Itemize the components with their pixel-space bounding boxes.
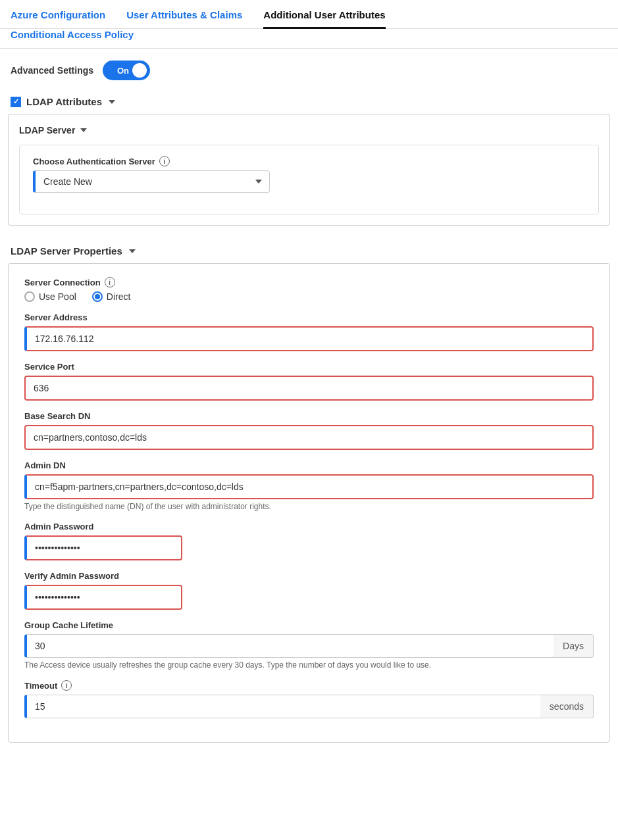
choose-auth-server-info-icon[interactable]: i	[159, 156, 170, 166]
verify-admin-password-group: Verify Admin Password	[24, 571, 594, 610]
admin-password-group: Admin Password	[24, 522, 594, 560]
choose-auth-server-label: Choose Authentication Server i	[33, 156, 585, 166]
server-address-label: Server Address	[24, 312, 594, 322]
service-port-input-wrapper	[24, 376, 594, 401]
ldap-server-properties-header: LDAP Server Properties	[0, 236, 618, 263]
server-connection-group: Server Connection i Use Pool Direct	[24, 277, 594, 302]
radio-direct-label: Direct	[107, 291, 131, 302]
ldap-server-inner-card: Choose Authentication Server i Create Ne…	[19, 145, 599, 214]
admin-dn-input[interactable]	[24, 474, 594, 499]
admin-password-input-wrapper	[24, 535, 594, 560]
group-cache-lifetime-input-wrapper: Days	[24, 634, 594, 658]
toggle-knob	[132, 63, 147, 78]
timeout-label: Timeout i	[24, 680, 594, 691]
choose-auth-server-select[interactable]: Create New	[33, 170, 270, 193]
server-connection-radio-group: Use Pool Direct	[24, 291, 594, 302]
admin-dn-label: Admin DN	[24, 460, 594, 470]
ldap-server-chevron[interactable]	[80, 128, 87, 132]
group-cache-lifetime-hint: The Access device usually refreshes the …	[24, 660, 594, 670]
group-cache-lifetime-input[interactable]	[24, 634, 554, 658]
advanced-settings-row: Advanced Settings On	[0, 49, 618, 89]
timeout-info-icon[interactable]: i	[61, 680, 72, 691]
radio-use-pool-label: Use Pool	[39, 291, 76, 302]
verify-admin-password-label: Verify Admin Password	[24, 571, 594, 581]
server-connection-label: Server Connection i	[24, 277, 594, 287]
server-address-input-wrapper	[24, 326, 594, 351]
service-port-label: Service Port	[24, 362, 594, 372]
ldap-server-properties-label: LDAP Server Properties	[11, 245, 122, 257]
group-cache-lifetime-suffix: Days	[554, 634, 594, 658]
service-port-group: Service Port	[24, 362, 594, 401]
tab-conditional-access[interactable]: Conditional Access Policy	[11, 29, 134, 49]
top-nav: Azure Configuration User Attributes & Cl…	[0, 0, 618, 49]
base-search-dn-input[interactable]	[24, 425, 594, 450]
service-port-input[interactable]	[24, 376, 594, 401]
admin-password-input[interactable]	[24, 535, 182, 560]
choose-auth-server-group: Choose Authentication Server i Create Ne…	[33, 156, 585, 193]
radio-circle-use-pool	[24, 291, 35, 302]
advanced-settings-toggle[interactable]: On	[103, 61, 150, 80]
admin-dn-input-wrapper	[24, 474, 594, 499]
advanced-settings-label: Advanced Settings	[11, 65, 93, 76]
group-cache-lifetime-group: Group Cache Lifetime Days The Access dev…	[24, 620, 594, 670]
admin-dn-hint: Type the distinguished name (DN) of the …	[24, 502, 594, 511]
server-address-group: Server Address	[24, 312, 594, 351]
toggle-on-label: On	[117, 66, 129, 76]
radio-use-pool[interactable]: Use Pool	[24, 291, 76, 302]
ldap-server-properties-card: Server Connection i Use Pool Direct Serv…	[8, 263, 610, 743]
ldap-server-header: LDAP Server	[19, 125, 599, 136]
base-search-dn-input-wrapper	[24, 425, 594, 450]
ldap-attributes-header: ✓ LDAP Attributes	[0, 89, 618, 114]
tab-user-attrs-claims[interactable]: User Attributes & Claims	[126, 9, 242, 29]
ldap-attributes-label: LDAP Attributes	[26, 96, 102, 107]
timeout-input[interactable]	[24, 695, 540, 718]
ldap-server-label: LDAP Server	[19, 125, 75, 136]
server-address-input[interactable]	[24, 326, 594, 351]
ldap-attributes-chevron[interactable]	[109, 100, 115, 104]
timeout-group: Timeout i seconds	[24, 680, 594, 718]
timeout-suffix: seconds	[540, 695, 594, 718]
ldap-attributes-checkbox[interactable]: ✓	[11, 97, 21, 107]
base-search-dn-label: Base Search DN	[24, 411, 594, 421]
tab-additional-user-attrs[interactable]: Additional User Attributes	[263, 9, 385, 29]
base-search-dn-group: Base Search DN	[24, 411, 594, 450]
choose-auth-server-select-wrapper: Create New	[33, 170, 270, 193]
verify-admin-password-input-wrapper	[24, 585, 594, 610]
group-cache-lifetime-label: Group Cache Lifetime	[24, 620, 594, 630]
radio-direct[interactable]: Direct	[92, 291, 131, 302]
radio-circle-direct	[92, 291, 103, 302]
ldap-props-chevron[interactable]	[129, 249, 136, 253]
verify-admin-password-input[interactable]	[24, 585, 182, 610]
ldap-server-card: LDAP Server Choose Authentication Server…	[8, 114, 610, 226]
admin-dn-group: Admin DN Type the distinguished name (DN…	[24, 460, 594, 511]
tab-azure-config[interactable]: Azure Configuration	[11, 9, 105, 29]
timeout-input-wrapper: seconds	[24, 695, 594, 718]
server-connection-info-icon[interactable]: i	[105, 277, 115, 287]
admin-password-label: Admin Password	[24, 522, 594, 531]
